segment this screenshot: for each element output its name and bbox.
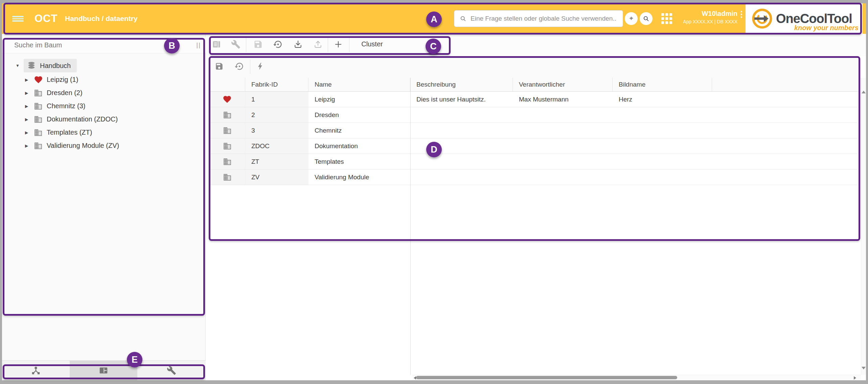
edit-structure-button[interactable] (231, 40, 241, 49)
cell-beschreibung[interactable] (410, 123, 513, 138)
cell-name[interactable]: Dokumentation (309, 138, 410, 154)
apps-grid-icon[interactable] (661, 13, 672, 24)
factory-icon (223, 173, 232, 182)
caret-right-icon[interactable]: ▶ (25, 77, 33, 82)
vertical-scrollbar[interactable] (861, 78, 866, 375)
grid-actions-button[interactable] (256, 62, 265, 71)
search-placeholder: Eine Frage stellen oder globale Suche ve… (471, 15, 616, 22)
import-button[interactable] (293, 40, 303, 49)
cell-beschreibung[interactable]: Dies ist unser Hauptsitz. (410, 92, 513, 107)
cell-verantwortlicher[interactable] (513, 107, 613, 122)
ai-assistant-button[interactable]: ✦✦ (625, 12, 638, 25)
cell-bildname[interactable]: Herz (613, 92, 712, 107)
cell-name[interactable]: Chemnitz (309, 123, 410, 138)
annotation-label-e: E (127, 352, 142, 367)
cell-filler (712, 107, 860, 122)
resize-grip-icon[interactable]: || (196, 41, 201, 49)
tree-item[interactable]: ▶ Chemnitz (3) (2, 99, 206, 113)
column-header[interactable]: Name (309, 78, 410, 91)
cell-bildname[interactable] (613, 170, 712, 185)
horizontal-scrollbar-thumb[interactable] (416, 376, 677, 379)
cell-bildname[interactable] (613, 138, 712, 154)
tree-item[interactable]: ▶ Dresden (2) (2, 86, 206, 99)
export-button[interactable] (313, 40, 323, 49)
cell-fabrik-id[interactable]: ZT (245, 154, 309, 169)
table-row[interactable]: 1 Leipzig Dies ist unser Hauptsitz. Max … (209, 92, 860, 107)
cell-bildname[interactable] (613, 154, 712, 169)
caret-right-icon[interactable]: ▶ (25, 130, 33, 135)
save-button[interactable] (253, 40, 263, 49)
column-header[interactable]: Fabrik-ID (245, 78, 309, 91)
cell-fabrik-id[interactable]: 1 (245, 92, 309, 107)
cell-fabrik-id[interactable]: 2 (245, 107, 309, 122)
cell-verantwortlicher[interactable]: Max Mustermann (513, 92, 613, 107)
tree-view-tab[interactable] (2, 361, 70, 380)
tree-item[interactable]: ▶ Templates (ZT) (2, 126, 206, 139)
frozen-pane-divider (410, 78, 411, 375)
table-row[interactable]: ZDOC Dokumentation (209, 138, 860, 154)
user-info[interactable]: W10\admin App XXXX.XX | DB XXXX (683, 9, 737, 25)
cell-name[interactable]: Dresden (309, 107, 410, 122)
save-icon (253, 40, 263, 49)
cell-beschreibung[interactable] (410, 154, 513, 169)
caret-right-icon[interactable]: ▶ (25, 104, 33, 109)
search-button[interactable] (640, 12, 653, 25)
table-view-icon (98, 365, 109, 376)
cell-bildname[interactable] (613, 107, 712, 122)
cell-beschreibung[interactable] (410, 170, 513, 185)
cell-name[interactable]: Templates (309, 154, 410, 169)
table-row[interactable]: ZV Validierung Module (209, 170, 860, 185)
cell-verantwortlicher[interactable] (513, 154, 613, 169)
upload-icon (313, 40, 323, 49)
table-row[interactable]: ZT Templates (209, 154, 860, 170)
tab-cluster[interactable]: Cluster (352, 35, 392, 53)
cell-verantwortlicher[interactable] (513, 138, 613, 154)
form-panel-button[interactable] (212, 40, 221, 49)
settings-view-tab[interactable] (137, 361, 206, 380)
table-row[interactable]: 2 Dresden (209, 107, 860, 123)
cell-name[interactable]: Validierung Module (309, 170, 410, 185)
cell-beschreibung[interactable] (410, 107, 513, 122)
table-header-row: Fabrik-IDNameBeschreibungVerantwortliche… (209, 78, 860, 92)
cell-verantwortlicher[interactable] (513, 170, 613, 185)
row-icon-cell (209, 138, 245, 154)
grid-save-button[interactable] (215, 62, 224, 71)
column-header[interactable]: Beschreibung (410, 78, 513, 91)
table-view-tab[interactable] (70, 361, 137, 380)
table-row[interactable]: 3 Chemnitz (209, 123, 860, 138)
caret-right-icon[interactable]: ▶ (25, 117, 33, 122)
column-header[interactable]: Verantwortlicher (513, 78, 613, 91)
logo-tagline: know your numbers (794, 24, 859, 32)
cell-name[interactable]: Leipzig (309, 92, 410, 107)
cell-fabrik-id[interactable]: 3 (245, 123, 309, 138)
column-header[interactable]: Bildname (613, 78, 712, 91)
tree-root-handbuch[interactable]: ▼ Handbuch (2, 58, 206, 73)
caret-right-icon[interactable]: ▶ (25, 143, 33, 148)
cell-bildname[interactable] (613, 123, 712, 138)
tree-root-label: Handbuch (40, 62, 71, 70)
global-search-input[interactable]: Eine Frage stellen oder globale Suche ve… (454, 10, 623, 27)
cell-verantwortlicher[interactable] (513, 123, 613, 138)
scroll-up-icon[interactable] (862, 91, 866, 93)
toolbar-separator (246, 37, 246, 52)
cell-fabrik-id[interactable]: ZDOC (245, 138, 309, 154)
add-tab-button[interactable] (334, 40, 343, 49)
tree-item-label: Validierung Module (ZV) (47, 142, 119, 150)
tree-item[interactable]: ▶ Dokumentation (ZDOC) (2, 113, 206, 126)
tree-item[interactable]: ▶ Leipzig (1) (2, 73, 206, 86)
scroll-down-icon[interactable] (862, 367, 866, 369)
grid-toolbar-separator (250, 60, 250, 74)
cell-beschreibung[interactable] (410, 138, 513, 154)
restore-button[interactable] (273, 40, 283, 49)
caret-down-icon[interactable]: ▼ (16, 63, 24, 68)
cell-fabrik-id[interactable]: ZV (245, 170, 309, 185)
hamburger-menu-icon[interactable] (12, 16, 24, 22)
caret-right-icon[interactable]: ▶ (25, 91, 33, 95)
tree-item[interactable]: ▶ Validierung Module (ZV) (2, 139, 206, 152)
scroll-right-icon[interactable] (854, 376, 856, 380)
tree-root-selected[interactable]: Handbuch (24, 59, 77, 72)
scroll-left-icon[interactable] (414, 376, 416, 380)
cell-filler (712, 123, 860, 138)
kebab-menu-icon[interactable]: ⋮ (737, 10, 746, 19)
grid-restore-button[interactable] (235, 62, 244, 71)
